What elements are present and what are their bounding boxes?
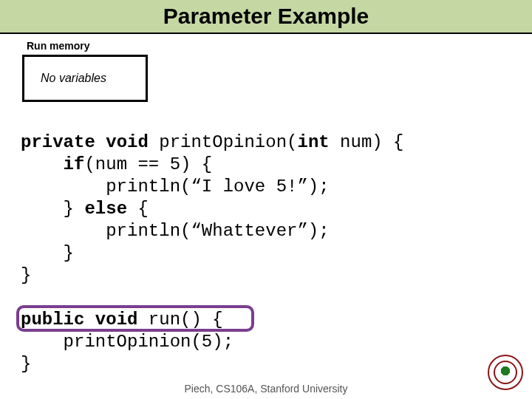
slide: Parameter Example Run memory No variable… <box>0 0 532 399</box>
memory-label: Run memory <box>27 40 90 52</box>
footer-text: Piech, CS106A, Stanford University <box>0 383 532 395</box>
title-bar: Parameter Example <box>0 0 532 34</box>
code-run: public void run() { printOpinion(5); } <box>21 309 233 375</box>
slide-title: Parameter Example <box>163 4 369 29</box>
stanford-seal-icon <box>488 355 523 390</box>
code-printopinion: private void printOpinion(int num) { if(… <box>21 132 404 287</box>
memory-content: No variables <box>41 72 106 85</box>
memory-box: No variables <box>22 55 148 102</box>
